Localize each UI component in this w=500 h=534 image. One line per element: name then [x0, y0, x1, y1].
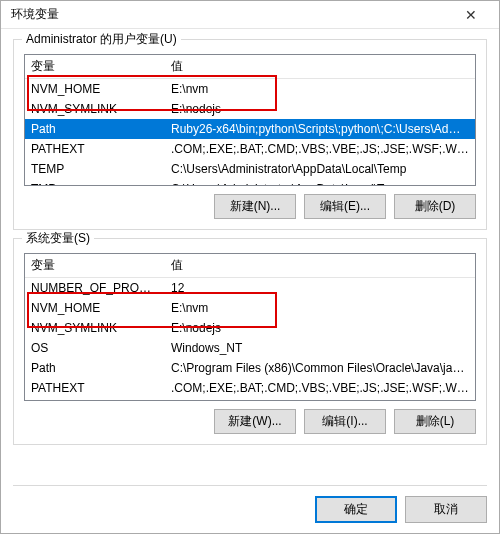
table-row[interactable]: NVM_SYMLINKE:\nodejs: [25, 99, 475, 119]
system-vars-table[interactable]: 变量 值 NUMBER_OF_PROCESSORS12NVM_HOMEE:\nv…: [25, 254, 475, 401]
system-vars-group: 系统变量(S) 变量 值 NUMBER_OF_PROCESSORS12NVM_H…: [13, 238, 487, 445]
window-title: 环境变量: [11, 6, 59, 23]
table-row[interactable]: TEMPC:\Users\Administrator\AppData\Local…: [25, 159, 475, 179]
env-vars-dialog: 环境变量 ✕ Administrator 的用户变量(U) 变量 值 NVM_H…: [0, 0, 500, 534]
user-vars-group: Administrator 的用户变量(U) 变量 值 NVM_HOMEE:\n…: [13, 39, 487, 230]
var-name-cell: NVM_SYMLINK: [25, 318, 165, 338]
system-vars-table-wrap: 变量 值 NUMBER_OF_PROCESSORS12NVM_HOMEE:\nv…: [24, 253, 476, 401]
col-header-name[interactable]: 变量: [25, 254, 165, 278]
var-value-cell: E:\nvm: [165, 79, 475, 100]
var-value-cell: Windows_NT: [165, 338, 475, 358]
col-header-value[interactable]: 值: [165, 254, 475, 278]
table-row[interactable]: TMPC:\Users\Administrator\AppData\Local\…: [25, 179, 475, 186]
var-value-cell: AMD64: [165, 398, 475, 401]
var-value-cell: E:\nodejs: [165, 99, 475, 119]
var-value-cell: E:\nvm: [165, 298, 475, 318]
var-name-cell: PATHEXT: [25, 378, 165, 398]
table-row[interactable]: PathC:\Program Files (x86)\Common Files\…: [25, 358, 475, 378]
system-buttons-row: 新建(W)... 编辑(I)... 删除(L): [24, 409, 476, 434]
var-name-cell: OS: [25, 338, 165, 358]
var-name-cell: PROCESSOR_ARCHITECT...: [25, 398, 165, 401]
cancel-button[interactable]: 取消: [405, 496, 487, 523]
var-value-cell: C:\Users\Administrator\AppData\Local\Tem…: [165, 179, 475, 186]
var-name-cell: NVM_HOME: [25, 79, 165, 100]
table-row[interactable]: PATHEXT.COM;.EXE;.BAT;.CMD;.VBS;.VBE;.JS…: [25, 378, 475, 398]
system-edit-button[interactable]: 编辑(I)...: [304, 409, 386, 434]
system-delete-button[interactable]: 删除(L): [394, 409, 476, 434]
var-value-cell: C:\Program Files (x86)\Common Files\Orac…: [165, 358, 475, 378]
table-row[interactable]: NVM_HOMEE:\nvm: [25, 79, 475, 100]
var-value-cell: Ruby26-x64\bin;python\Scripts\;python\;C…: [165, 119, 475, 139]
table-row[interactable]: OSWindows_NT: [25, 338, 475, 358]
var-value-cell: 12: [165, 278, 475, 299]
user-delete-button[interactable]: 删除(D): [394, 194, 476, 219]
col-header-value[interactable]: 值: [165, 55, 475, 79]
var-value-cell: C:\Users\Administrator\AppData\Local\Tem…: [165, 159, 475, 179]
table-row[interactable]: PathRuby26-x64\bin;python\Scripts\;pytho…: [25, 119, 475, 139]
table-row[interactable]: NVM_SYMLINKE:\nodejs: [25, 318, 475, 338]
table-row[interactable]: NVM_HOMEE:\nvm: [25, 298, 475, 318]
titlebar: 环境变量 ✕: [1, 1, 499, 29]
var-name-cell: NVM_SYMLINK: [25, 99, 165, 119]
content-area: Administrator 的用户变量(U) 变量 值 NVM_HOMEE:\n…: [1, 29, 499, 479]
var-name-cell: TMP: [25, 179, 165, 186]
user-buttons-row: 新建(N)... 编辑(E)... 删除(D): [24, 194, 476, 219]
col-header-name[interactable]: 变量: [25, 55, 165, 79]
var-value-cell: E:\nodejs: [165, 318, 475, 338]
var-name-cell: PATHEXT: [25, 139, 165, 159]
var-name-cell: Path: [25, 358, 165, 378]
table-row[interactable]: NUMBER_OF_PROCESSORS12: [25, 278, 475, 299]
user-vars-legend: Administrator 的用户变量(U): [22, 31, 181, 48]
close-button[interactable]: ✕: [451, 2, 491, 28]
user-new-button[interactable]: 新建(N)...: [214, 194, 296, 219]
ok-button[interactable]: 确定: [315, 496, 397, 523]
var-value-cell: .COM;.EXE;.BAT;.CMD;.VBS;.VBE;.JS;.JSE;.…: [165, 378, 475, 398]
user-vars-table[interactable]: 变量 值 NVM_HOMEE:\nvmNVM_SYMLINKE:\nodejsP…: [25, 55, 475, 186]
user-edit-button[interactable]: 编辑(E)...: [304, 194, 386, 219]
dialog-footer: 确定 取消: [13, 485, 487, 523]
var-name-cell: Path: [25, 119, 165, 139]
system-new-button[interactable]: 新建(W)...: [214, 409, 296, 434]
table-row[interactable]: PROCESSOR_ARCHITECT...AMD64: [25, 398, 475, 401]
table-row[interactable]: PATHEXT.COM;.EXE;.BAT;.CMD;.VBS;.VBE;.JS…: [25, 139, 475, 159]
var-value-cell: .COM;.EXE;.BAT;.CMD;.VBS;.VBE;.JS;.JSE;.…: [165, 139, 475, 159]
system-vars-legend: 系统变量(S): [22, 230, 94, 247]
user-vars-table-wrap: 变量 值 NVM_HOMEE:\nvmNVM_SYMLINKE:\nodejsP…: [24, 54, 476, 186]
close-icon: ✕: [465, 8, 477, 22]
var-name-cell: TEMP: [25, 159, 165, 179]
var-name-cell: NUMBER_OF_PROCESSORS: [25, 278, 165, 299]
var-name-cell: NVM_HOME: [25, 298, 165, 318]
